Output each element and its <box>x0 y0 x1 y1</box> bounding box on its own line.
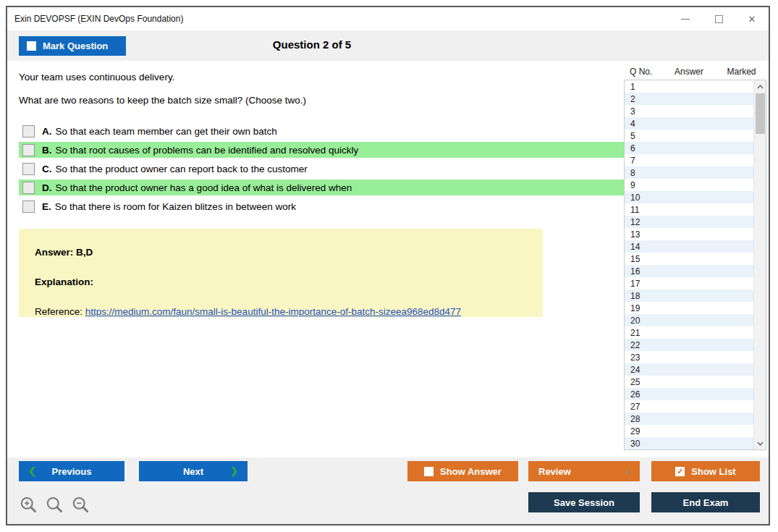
question-list-row[interactable]: 21 <box>625 326 753 339</box>
question-list-row[interactable]: 4 <box>625 117 753 130</box>
save-session-button[interactable]: Save Session <box>528 492 640 512</box>
question-list-row[interactable]: 12 <box>625 216 753 228</box>
question-number: 17 <box>630 279 640 289</box>
question-number: 1 <box>630 82 635 92</box>
question-list-panel: Q No. Answer Marked 12345678910111213141… <box>624 64 766 450</box>
option-row-e[interactable]: E. So that there is room for Kaizen blit… <box>19 198 624 214</box>
question-number: 9 <box>630 180 635 190</box>
answer-text: Answer: B,D <box>35 247 527 258</box>
question-number: 19 <box>630 303 640 313</box>
review-caret-icon: ▲ <box>625 468 631 475</box>
question-list-row[interactable]: 25 <box>625 376 753 388</box>
option-checkbox[interactable] <box>22 125 35 138</box>
scroll-down-button[interactable] <box>754 437 766 449</box>
zoom-reset-icon[interactable] <box>45 495 64 515</box>
question-list-row[interactable]: 30 <box>625 437 753 449</box>
question-list-row[interactable]: 27 <box>625 400 753 413</box>
question-list-row[interactable]: 13 <box>625 228 753 240</box>
zoom-out-icon[interactable] <box>71 495 90 515</box>
question-number: 8 <box>630 168 635 178</box>
question-number: 12 <box>630 217 640 227</box>
explanation-label: Explanation: <box>35 276 527 287</box>
scrollbar-thumb[interactable] <box>756 93 765 134</box>
option-row-b[interactable]: B. So that root causes of problems can b… <box>19 142 624 158</box>
question-number: 2 <box>630 94 635 104</box>
title-bar: Exin DEVOPSF (EXIN DevOps Foundation) ✕ <box>7 7 769 30</box>
app-window: Exin DEVOPSF (EXIN DevOps Foundation) ✕ … <box>6 6 770 525</box>
question-list-row[interactable]: 28 <box>625 413 753 425</box>
question-list-box: 1234567891011121314151617181920212223242… <box>624 80 766 450</box>
check-icon: ✓ <box>677 468 683 476</box>
window-title: Exin DEVOPSF (EXIN DevOps Foundation) <box>7 14 183 24</box>
footer-bar: ❮ Previous Next ❯ Show Answer Review ▲ ✓… <box>7 457 769 524</box>
minimize-icon <box>681 19 690 20</box>
question-list-row[interactable]: 7 <box>625 154 753 166</box>
previous-label: Previous <box>52 466 92 477</box>
show-answer-checkbox[interactable] <box>424 467 434 476</box>
close-button[interactable]: ✕ <box>735 7 769 30</box>
minimize-button[interactable] <box>669 7 702 30</box>
question-list-scrollbar[interactable] <box>753 80 766 449</box>
option-letter: C. <box>42 164 52 174</box>
option-text: So that each team member can get their o… <box>56 126 277 137</box>
question-number: 7 <box>630 156 635 166</box>
question-list-row[interactable]: 22 <box>625 339 753 351</box>
question-list-row[interactable]: 14 <box>625 240 753 253</box>
option-row-a[interactable]: A. So that each team member can get thei… <box>19 123 624 139</box>
show-answer-label: Show Answer <box>440 466 502 477</box>
zoom-in-icon[interactable] <box>19 495 38 515</box>
previous-chevron-icon: ❮ <box>28 465 36 476</box>
option-text: So that there is room for Kaizen blitzes… <box>55 201 296 212</box>
option-row-d[interactable]: D. So that the product owner has a good … <box>19 180 624 195</box>
question-list-row[interactable]: 24 <box>625 363 753 376</box>
question-list-rows: 1234567891011121314151617181920212223242… <box>625 80 753 449</box>
question-list-row[interactable]: 6 <box>625 142 753 154</box>
review-button[interactable]: Review ▲ <box>528 461 640 481</box>
next-button[interactable]: Next ❯ <box>139 461 248 481</box>
option-letter: B. <box>42 145 52 156</box>
show-list-checkbox[interactable]: ✓ <box>675 467 685 476</box>
question-number: 30 <box>630 439 640 449</box>
question-counter: Question 2 of 5 <box>7 38 617 51</box>
question-list-row[interactable]: 19 <box>625 302 753 314</box>
question-list-row[interactable]: 1 <box>625 80 753 93</box>
reference-link[interactable]: https://medium.com/faun/small-is-beautif… <box>85 306 461 317</box>
option-checkbox[interactable] <box>22 144 35 156</box>
scroll-up-button[interactable] <box>754 80 766 93</box>
option-checkbox[interactable] <box>22 200 35 213</box>
question-number: 28 <box>630 414 640 424</box>
show-list-label: Show List <box>691 466 735 477</box>
question-number: 15 <box>630 254 640 264</box>
question-list-row[interactable]: 26 <box>625 388 753 400</box>
question-list-row[interactable]: 3 <box>625 105 753 117</box>
option-row-c[interactable]: C. So that the product owner can report … <box>19 161 624 177</box>
question-list-row[interactable]: 15 <box>625 253 753 265</box>
question-list-row[interactable]: 2 <box>625 93 753 105</box>
option-checkbox[interactable] <box>22 182 35 194</box>
column-qno: Q No. <box>624 67 661 77</box>
question-list-row[interactable]: 11 <box>625 203 753 216</box>
question-list-row[interactable]: 23 <box>625 351 753 363</box>
question-list-row[interactable]: 17 <box>625 277 753 290</box>
question-number: 3 <box>630 106 635 117</box>
question-list-row[interactable]: 29 <box>625 425 753 437</box>
reference-label: Reference: <box>35 306 85 317</box>
question-number: 16 <box>630 266 640 276</box>
previous-button[interactable]: ❮ Previous <box>19 461 124 481</box>
show-list-button[interactable]: ✓ Show List <box>651 461 760 481</box>
maximize-button[interactable] <box>702 7 735 30</box>
question-list-row[interactable]: 9 <box>625 179 753 191</box>
next-chevron-icon: ❯ <box>230 465 238 476</box>
question-list-row[interactable]: 16 <box>625 265 753 277</box>
options-list: A. So that each team member can get thei… <box>19 123 624 214</box>
question-list-row[interactable]: 8 <box>625 166 753 179</box>
question-list-row[interactable]: 5 <box>625 130 753 142</box>
end-exam-button[interactable]: End Exam <box>651 492 760 512</box>
option-checkbox[interactable] <box>22 163 35 175</box>
show-answer-button[interactable]: Show Answer <box>407 461 518 481</box>
question-list-row[interactable]: 20 <box>625 314 753 326</box>
question-list-row[interactable]: 18 <box>625 290 753 302</box>
question-list-row[interactable]: 10 <box>625 191 753 203</box>
question-number: 10 <box>630 193 640 203</box>
zoom-controls <box>19 495 90 515</box>
